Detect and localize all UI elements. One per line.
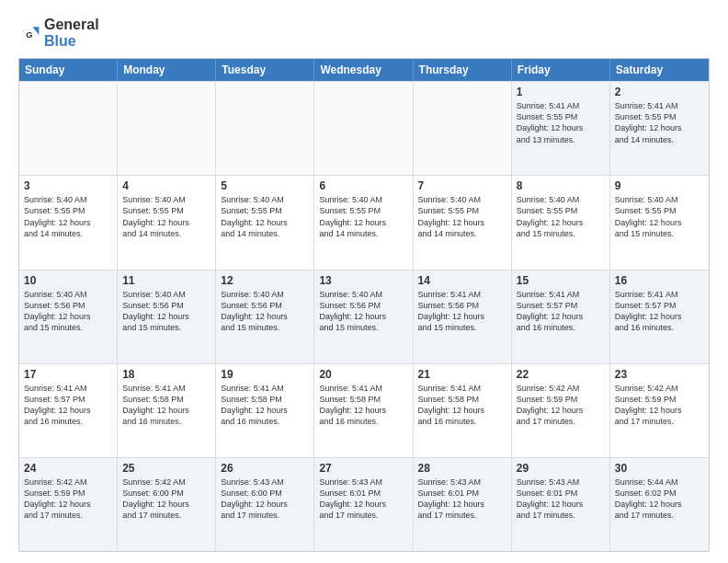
cal-cell-r4-c1: 25Sunrise: 5:42 AM Sunset: 6:00 PM Dayli…	[118, 458, 216, 551]
cal-cell-r1-c5: 8Sunrise: 5:40 AM Sunset: 5:55 PM Daylig…	[512, 176, 610, 269]
day-info: Sunrise: 5:40 AM Sunset: 5:55 PM Dayligh…	[319, 194, 407, 239]
cal-cell-r1-c2: 5Sunrise: 5:40 AM Sunset: 5:55 PM Daylig…	[216, 176, 314, 269]
day-number: 1	[517, 86, 605, 98]
day-number: 4	[122, 179, 210, 192]
cal-cell-r2-c0: 10Sunrise: 5:40 AM Sunset: 5:56 PM Dayli…	[19, 270, 118, 363]
day-number: 20	[319, 368, 407, 381]
day-info: Sunrise: 5:41 AM Sunset: 5:55 PM Dayligh…	[615, 100, 704, 145]
cal-row-0: 1Sunrise: 5:41 AM Sunset: 5:55 PM Daylig…	[19, 81, 709, 175]
day-info: Sunrise: 5:42 AM Sunset: 5:59 PM Dayligh…	[615, 383, 704, 428]
cal-cell-r0-c0	[19, 82, 118, 175]
day-info: Sunrise: 5:40 AM Sunset: 5:55 PM Dayligh…	[517, 194, 605, 239]
day-info: Sunrise: 5:41 AM Sunset: 5:58 PM Dayligh…	[221, 383, 309, 428]
cal-cell-r3-c2: 19Sunrise: 5:41 AM Sunset: 5:58 PM Dayli…	[216, 364, 314, 457]
cal-cell-r0-c5: 1Sunrise: 5:41 AM Sunset: 5:55 PM Daylig…	[512, 82, 610, 175]
day-info: Sunrise: 5:43 AM Sunset: 6:01 PM Dayligh…	[319, 477, 407, 522]
cal-cell-r2-c3: 13Sunrise: 5:40 AM Sunset: 5:56 PM Dayli…	[314, 270, 413, 363]
cal-header-wednesday: Wednesday	[314, 59, 413, 81]
cal-cell-r1-c6: 9Sunrise: 5:40 AM Sunset: 5:55 PM Daylig…	[610, 176, 709, 269]
cal-cell-r3-c0: 17Sunrise: 5:41 AM Sunset: 5:57 PM Dayli…	[19, 364, 118, 457]
day-number: 15	[517, 274, 605, 287]
day-number: 6	[319, 179, 407, 192]
cal-cell-r2-c4: 14Sunrise: 5:41 AM Sunset: 5:56 PM Dayli…	[414, 270, 512, 363]
day-number: 23	[615, 368, 704, 381]
day-number: 5	[221, 179, 309, 192]
cal-cell-r3-c3: 20Sunrise: 5:41 AM Sunset: 5:58 PM Dayli…	[314, 364, 413, 457]
day-number: 22	[517, 368, 605, 381]
day-number: 28	[418, 462, 506, 475]
day-info: Sunrise: 5:41 AM Sunset: 5:57 PM Dayligh…	[24, 383, 112, 428]
logo-text: General Blue	[44, 17, 99, 49]
day-info: Sunrise: 5:40 AM Sunset: 5:56 PM Dayligh…	[24, 289, 112, 334]
day-number: 3	[24, 179, 112, 192]
cal-cell-r2-c1: 11Sunrise: 5:40 AM Sunset: 5:56 PM Dayli…	[118, 270, 216, 363]
day-number: 30	[615, 462, 704, 475]
calendar-header-row: SundayMondayTuesdayWednesdayThursdayFrid…	[19, 59, 709, 81]
cal-cell-r1-c4: 7Sunrise: 5:40 AM Sunset: 5:55 PM Daylig…	[414, 176, 512, 269]
day-info: Sunrise: 5:40 AM Sunset: 5:55 PM Dayligh…	[221, 194, 309, 239]
day-info: Sunrise: 5:40 AM Sunset: 5:55 PM Dayligh…	[615, 194, 704, 239]
day-info: Sunrise: 5:40 AM Sunset: 5:55 PM Dayligh…	[418, 194, 506, 239]
day-number: 16	[615, 274, 704, 287]
day-number: 8	[517, 179, 605, 192]
day-number: 27	[319, 462, 407, 475]
cal-cell-r1-c0: 3Sunrise: 5:40 AM Sunset: 5:55 PM Daylig…	[19, 176, 118, 269]
day-info: Sunrise: 5:40 AM Sunset: 5:56 PM Dayligh…	[221, 289, 309, 334]
cal-cell-r1-c3: 6Sunrise: 5:40 AM Sunset: 5:55 PM Daylig…	[314, 176, 413, 269]
cal-header-sunday: Sunday	[19, 59, 118, 81]
day-number: 13	[319, 274, 407, 287]
svg-marker-1	[32, 27, 39, 35]
day-info: Sunrise: 5:40 AM Sunset: 5:56 PM Dayligh…	[122, 289, 210, 334]
day-info: Sunrise: 5:40 AM Sunset: 5:55 PM Dayligh…	[122, 194, 210, 239]
cal-cell-r4-c5: 29Sunrise: 5:43 AM Sunset: 6:01 PM Dayli…	[512, 458, 610, 551]
cal-header-saturday: Saturday	[610, 59, 709, 81]
day-info: Sunrise: 5:42 AM Sunset: 5:59 PM Dayligh…	[517, 383, 605, 428]
day-info: Sunrise: 5:44 AM Sunset: 6:02 PM Dayligh…	[615, 477, 704, 522]
day-number: 9	[615, 179, 704, 192]
cal-cell-r4-c4: 28Sunrise: 5:43 AM Sunset: 6:01 PM Dayli…	[414, 458, 512, 551]
day-number: 14	[418, 274, 506, 287]
cal-cell-r3-c5: 22Sunrise: 5:42 AM Sunset: 5:59 PM Dayli…	[512, 364, 610, 457]
day-number: 11	[122, 274, 210, 287]
cal-cell-r2-c6: 16Sunrise: 5:41 AM Sunset: 5:57 PM Dayli…	[610, 270, 709, 363]
day-number: 18	[122, 368, 210, 381]
cal-row-2: 10Sunrise: 5:40 AM Sunset: 5:56 PM Dayli…	[19, 270, 709, 363]
cal-cell-r3-c1: 18Sunrise: 5:41 AM Sunset: 5:58 PM Dayli…	[118, 364, 216, 457]
cal-cell-r0-c2	[216, 82, 314, 175]
day-info: Sunrise: 5:40 AM Sunset: 5:56 PM Dayligh…	[319, 289, 407, 334]
logo-icon: G	[18, 22, 40, 44]
day-info: Sunrise: 5:43 AM Sunset: 6:01 PM Dayligh…	[517, 477, 605, 522]
day-info: Sunrise: 5:41 AM Sunset: 5:58 PM Dayligh…	[122, 383, 210, 428]
cal-row-4: 24Sunrise: 5:42 AM Sunset: 5:59 PM Dayli…	[19, 457, 709, 551]
cal-row-1: 3Sunrise: 5:40 AM Sunset: 5:55 PM Daylig…	[19, 175, 709, 269]
day-number: 17	[24, 368, 112, 381]
day-info: Sunrise: 5:41 AM Sunset: 5:58 PM Dayligh…	[319, 383, 407, 428]
day-number: 26	[221, 462, 309, 475]
cal-header-friday: Friday	[512, 59, 610, 81]
day-info: Sunrise: 5:41 AM Sunset: 5:58 PM Dayligh…	[418, 383, 506, 428]
day-info: Sunrise: 5:43 AM Sunset: 6:00 PM Dayligh…	[221, 477, 309, 522]
day-info: Sunrise: 5:42 AM Sunset: 6:00 PM Dayligh…	[122, 477, 210, 522]
cal-cell-r0-c1	[118, 82, 216, 175]
day-info: Sunrise: 5:40 AM Sunset: 5:55 PM Dayligh…	[24, 194, 112, 239]
cal-header-tuesday: Tuesday	[216, 59, 314, 81]
day-info: Sunrise: 5:41 AM Sunset: 5:57 PM Dayligh…	[615, 289, 704, 334]
cal-cell-r3-c4: 21Sunrise: 5:41 AM Sunset: 5:58 PM Dayli…	[414, 364, 512, 457]
cal-cell-r0-c6: 2Sunrise: 5:41 AM Sunset: 5:55 PM Daylig…	[610, 82, 709, 175]
cal-cell-r4-c2: 26Sunrise: 5:43 AM Sunset: 6:00 PM Dayli…	[216, 458, 314, 551]
cal-header-monday: Monday	[118, 59, 216, 81]
calendar-body: 1Sunrise: 5:41 AM Sunset: 5:55 PM Daylig…	[19, 81, 709, 551]
day-info: Sunrise: 5:41 AM Sunset: 5:57 PM Dayligh…	[517, 289, 605, 334]
day-info: Sunrise: 5:42 AM Sunset: 5:59 PM Dayligh…	[24, 477, 112, 522]
logo: G General Blue	[18, 17, 99, 49]
day-number: 2	[615, 86, 704, 98]
day-number: 25	[122, 462, 210, 475]
cal-cell-r4-c3: 27Sunrise: 5:43 AM Sunset: 6:01 PM Dayli…	[314, 458, 413, 551]
day-number: 29	[517, 462, 605, 475]
day-number: 10	[24, 274, 112, 287]
cal-header-thursday: Thursday	[414, 59, 512, 81]
cal-cell-r4-c6: 30Sunrise: 5:44 AM Sunset: 6:02 PM Dayli…	[610, 458, 709, 551]
cal-cell-r0-c4	[414, 82, 512, 175]
day-number: 7	[418, 179, 506, 192]
cal-cell-r0-c3	[314, 82, 413, 175]
